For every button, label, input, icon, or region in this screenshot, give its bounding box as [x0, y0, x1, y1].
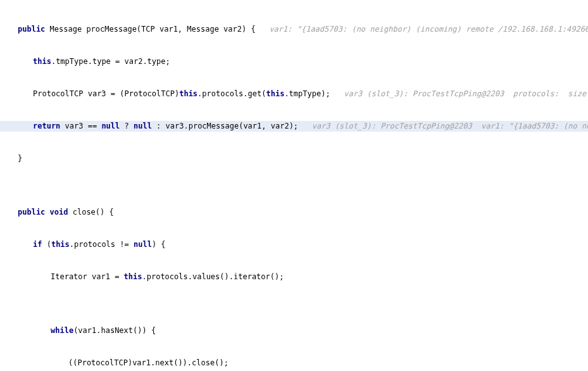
code-line[interactable]: public void close() {	[0, 207, 588, 218]
keyword: public void	[18, 208, 68, 217]
code-text: (	[42, 240, 51, 249]
keyword: public	[18, 25, 45, 34]
code-text: .protocols.values().iterator();	[142, 272, 284, 281]
code-line[interactable]: this.tmpType.type = var2.type;	[0, 56, 588, 67]
keyword: this	[51, 240, 70, 249]
code-editor[interactable]: public Message procMessage(TCP var1, Mes…	[0, 0, 588, 371]
keyword: this	[179, 89, 197, 98]
keyword: this	[33, 57, 51, 66]
inline-hint: var1: "{1aad5703: (no neighbor) (incomin…	[269, 25, 588, 34]
code-line[interactable]: ProtocolTCP var3 = (ProtocolTCP)this.pro…	[0, 89, 588, 99]
keyword: this	[266, 89, 284, 98]
keyword: null	[134, 122, 152, 130]
code-text: close() {	[68, 208, 113, 217]
code-text: ) {	[152, 240, 166, 249]
code-text: .protocols.get(	[197, 89, 266, 98]
inline-hint: var3 (slot_3): ProcTestTcpPing@2203 prot…	[344, 89, 588, 98]
code-text: ?	[120, 122, 134, 130]
code-text: .tmpType.type = var2.type;	[51, 57, 170, 66]
keyword: return	[33, 122, 60, 130]
code-text: .tmpType);	[284, 89, 344, 98]
code-text: Message procMessage(TCP var1, Message va…	[45, 25, 269, 34]
code-line[interactable]: Iterator var1 = this.protocols.values().…	[0, 272, 588, 282]
code-line[interactable]: ((ProtocolTCP)var1.next()).close();	[0, 358, 588, 368]
code-line[interactable]: public Message procMessage(TCP var1, Mes…	[0, 24, 588, 35]
keyword: if	[33, 240, 42, 249]
code-text: ((ProtocolTCP)var1.next()).close();	[68, 358, 228, 367]
code-line[interactable]: while(var1.hasNext()) {	[0, 325, 588, 336]
code-text: Iterator var1 =	[51, 272, 124, 281]
code-text: (var1.hasNext()) {	[73, 326, 156, 335]
inline-hint: var3 (slot_3): ProcTestTcpPing@2203 var1…	[312, 122, 588, 130]
keyword: this	[124, 272, 142, 281]
code-text: ProtocolTCP var3 = (ProtocolTCP)	[33, 89, 179, 98]
code-text: : var3.procMessage(var1, var2);	[152, 122, 312, 130]
code-line[interactable]: if (this.protocols != null) {	[0, 239, 588, 250]
keyword: null	[101, 122, 120, 130]
code-text: var3 ==	[60, 122, 101, 130]
keyword: while	[51, 326, 73, 335]
keyword: null	[134, 240, 152, 249]
code-text: }	[18, 154, 22, 163]
code-text: .protocols !=	[70, 240, 134, 249]
execution-line[interactable]: return var3 == null ? null : var3.procMe…	[0, 121, 588, 132]
code-line[interactable]: }	[0, 153, 588, 164]
